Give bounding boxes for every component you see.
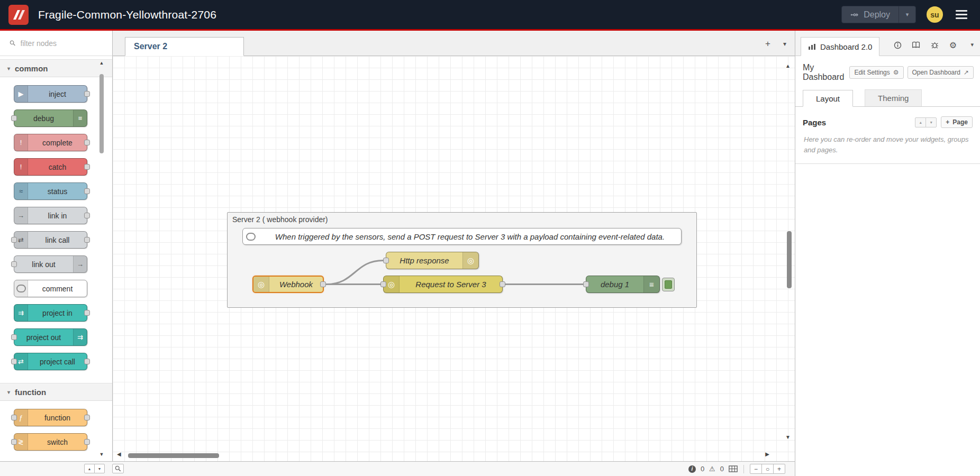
node-red-logo-icon[interactable] bbox=[8, 5, 29, 25]
pages-heading: Pages bbox=[803, 118, 826, 127]
port-out[interactable] bbox=[500, 281, 505, 287]
zoom-out-button[interactable]: − bbox=[750, 464, 762, 474]
palette-collapse-down-button[interactable]: ▾ bbox=[94, 464, 105, 473]
port-in[interactable] bbox=[380, 281, 386, 287]
palette-node-label: project in bbox=[28, 305, 87, 321]
sidebar-divider bbox=[795, 163, 980, 164]
settings-gear-icon[interactable]: ⚙ bbox=[948, 41, 958, 49]
port-in[interactable] bbox=[11, 334, 17, 340]
palette-node-project-call[interactable]: ⇄project call bbox=[14, 353, 87, 370]
edit-settings-button[interactable]: Edit Settings ⚙ bbox=[849, 66, 903, 79]
canvas-scroll-down-icon[interactable]: ▼ bbox=[785, 435, 791, 440]
deploy-button[interactable]: Deploy ▾ bbox=[841, 6, 916, 23]
port-in[interactable] bbox=[583, 281, 589, 287]
deploy-options-button[interactable]: ▾ bbox=[899, 6, 915, 23]
sidebar-menu-button[interactable]: ▾ bbox=[970, 41, 974, 48]
add-page-button[interactable]: + Page bbox=[941, 116, 973, 128]
info-tab-icon[interactable] bbox=[893, 41, 902, 49]
tab-theming[interactable]: Theming bbox=[865, 89, 922, 106]
port-in[interactable] bbox=[11, 115, 17, 121]
tab-dashboard-2[interactable]: Dashboard 2.0 bbox=[801, 37, 879, 56]
canvas-scroll-right-icon[interactable]: ▶ bbox=[765, 452, 769, 457]
palette-node-project-in[interactable]: ⇉project in bbox=[14, 304, 87, 322]
scroll-down-icon[interactable]: ▼ bbox=[98, 452, 105, 457]
zoom-reset-button[interactable]: ○ bbox=[761, 464, 774, 474]
search-flows-button[interactable] bbox=[112, 464, 124, 473]
port-out[interactable] bbox=[84, 91, 90, 97]
port-out[interactable] bbox=[84, 439, 90, 445]
port-out[interactable] bbox=[320, 281, 326, 287]
port-out[interactable] bbox=[84, 415, 90, 420]
palette-category-function[interactable]: ▾function bbox=[0, 383, 112, 401]
page-move-up-button[interactable]: ▴ bbox=[915, 117, 926, 127]
port-out[interactable] bbox=[84, 140, 90, 145]
palette-scrollbar[interactable]: ▲ ▼ bbox=[98, 60, 105, 457]
flow-list-button[interactable]: ▾ bbox=[778, 37, 792, 51]
palette-node-comment[interactable]: comment bbox=[14, 280, 87, 297]
palette-node-link-out[interactable]: →link out bbox=[14, 255, 87, 273]
notifications-info-icon[interactable]: i bbox=[688, 465, 696, 473]
info-count: 0 bbox=[701, 465, 704, 473]
palette-node-catch[interactable]: !catch bbox=[14, 158, 87, 176]
canvas-vertical-scrollbar[interactable] bbox=[787, 231, 792, 288]
flow-canvas[interactable]: Server 2 ( webhook provider) When trigge… bbox=[113, 56, 795, 461]
sidebar-header: Dashboard 2.0 ⚙ ▾ bbox=[795, 31, 980, 56]
warning-icon[interactable]: ⚠ bbox=[709, 465, 715, 473]
port-in[interactable] bbox=[11, 415, 17, 420]
port-in[interactable] bbox=[11, 359, 17, 364]
palette-node-switch[interactable]: ≷switch bbox=[14, 433, 87, 451]
tab-server-2[interactable]: Server 2 bbox=[125, 37, 244, 56]
palette-node-complete[interactable]: !complete bbox=[14, 134, 87, 151]
help-book-icon[interactable] bbox=[911, 41, 921, 49]
wire[interactable] bbox=[326, 261, 383, 285]
debug-bug-icon[interactable] bbox=[930, 41, 939, 49]
main-menu-button[interactable] bbox=[954, 8, 969, 21]
port-out[interactable] bbox=[84, 188, 90, 194]
node-request[interactable]: ◎Request to Server 3 bbox=[383, 276, 503, 293]
tab-layout[interactable]: Layout bbox=[803, 90, 853, 107]
palette-node-link-call[interactable]: ⇄link call bbox=[14, 231, 87, 249]
palette-scrollbar-thumb[interactable] bbox=[99, 74, 104, 153]
port-in[interactable] bbox=[383, 258, 389, 263]
palette-collapse-up-button[interactable]: ▴ bbox=[84, 464, 95, 473]
canvas-scroll-left-icon[interactable]: ◀ bbox=[117, 452, 121, 457]
palette-node-debug[interactable]: ≡debug bbox=[14, 109, 87, 127]
node-debug1[interactable]: ≡debug 1 bbox=[586, 276, 660, 293]
add-flow-button[interactable]: + bbox=[761, 37, 775, 51]
canvas-scroll-up-icon[interactable]: ▲ bbox=[785, 63, 791, 69]
port-out[interactable] bbox=[84, 310, 90, 316]
palette-node-project-out[interactable]: ⇉project out bbox=[14, 328, 87, 346]
palette-node-link-in[interactable]: →link in bbox=[14, 207, 87, 224]
node-comment1[interactable]: When triggered by the sensors, send a PO… bbox=[242, 228, 682, 245]
navigator-icon[interactable] bbox=[729, 465, 738, 472]
port-out[interactable] bbox=[84, 164, 90, 170]
port-out[interactable] bbox=[84, 359, 90, 364]
node-webhook[interactable]: ◎Webhook bbox=[252, 276, 324, 293]
debug-icon: ≡ bbox=[73, 110, 87, 126]
open-dashboard-button[interactable]: Open Dashboard ↗ bbox=[908, 66, 974, 79]
filter-nodes-box[interactable] bbox=[6, 36, 106, 51]
palette-node-label: link call bbox=[28, 232, 87, 248]
footer-separator bbox=[743, 465, 744, 473]
debug-toggle-button[interactable] bbox=[662, 278, 675, 291]
palette-category-common[interactable]: ▾common bbox=[0, 59, 112, 77]
user-avatar[interactable]: su bbox=[927, 6, 943, 23]
port-out[interactable] bbox=[84, 237, 90, 243]
port-in[interactable] bbox=[11, 261, 17, 267]
scroll-up-icon[interactable]: ▲ bbox=[98, 60, 105, 66]
globe-icon: ◎ bbox=[462, 252, 478, 269]
palette-node-function[interactable]: ƒfunction bbox=[14, 409, 87, 426]
port-in[interactable] bbox=[11, 237, 17, 243]
project-out-icon: ⇉ bbox=[73, 329, 87, 345]
palette-node-status[interactable]: ≈status bbox=[14, 182, 87, 200]
filter-nodes-input[interactable] bbox=[20, 39, 103, 48]
workspace-tab-bar: Server 2 + ▾ bbox=[113, 31, 795, 56]
port-out[interactable] bbox=[84, 213, 90, 218]
port-in[interactable] bbox=[11, 439, 17, 445]
link-in-icon: → bbox=[14, 207, 28, 224]
page-move-down-button[interactable]: ▾ bbox=[925, 117, 937, 127]
node-http-response[interactable]: ◎Http response bbox=[386, 252, 479, 269]
canvas-horizontal-scrollbar[interactable] bbox=[128, 453, 219, 458]
zoom-in-button[interactable]: + bbox=[773, 464, 785, 474]
palette-node-inject[interactable]: ▶inject bbox=[14, 85, 87, 103]
